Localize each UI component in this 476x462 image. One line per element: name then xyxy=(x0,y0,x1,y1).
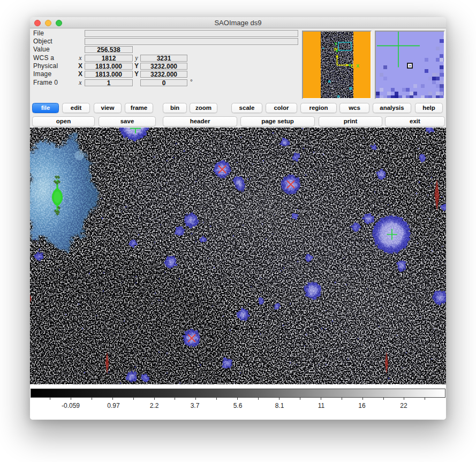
svg-text:Y: Y xyxy=(334,41,337,47)
svg-text:E: E xyxy=(351,63,354,69)
svg-text:X: X xyxy=(356,63,359,69)
